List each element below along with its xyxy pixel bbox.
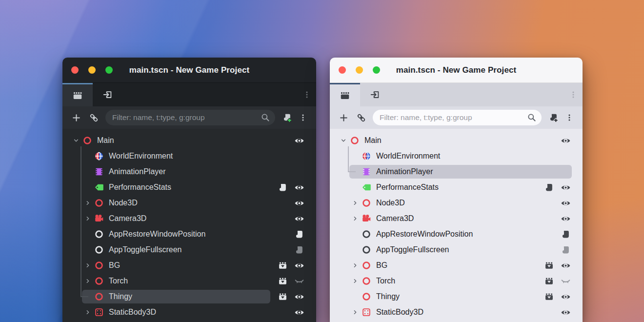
- visibility-toggle-button[interactable]: [293, 290, 305, 303]
- visibility-toggle-button[interactable]: [559, 212, 572, 225]
- expand-chevron[interactable]: [338, 135, 349, 146]
- close-button[interactable]: [339, 66, 346, 74]
- expand-chevron[interactable]: [82, 306, 94, 318]
- window-titlebar[interactable]: main.tscn - New Game Project: [330, 58, 583, 83]
- node-label: Node3D: [376, 199, 405, 207]
- chevron-right-icon: [84, 262, 92, 269]
- visibility-toggle-button[interactable]: [559, 181, 572, 194]
- tree-row[interactable]: Camera3D: [330, 211, 583, 226]
- tree-row[interactable]: Node3D: [330, 195, 583, 211]
- tree-row[interactable]: PerformanceStats: [62, 180, 316, 195]
- instantiate-scene-button[interactable]: [355, 112, 367, 123]
- world-icon: [94, 151, 104, 161]
- open-scene-button[interactable]: [276, 290, 289, 303]
- visibility-toggle-button[interactable]: [293, 134, 305, 147]
- expand-chevron[interactable]: [82, 260, 94, 271]
- tree-row[interactable]: Main: [330, 133, 583, 148]
- visibility-toggle-button[interactable]: [293, 275, 305, 287]
- expand-chevron[interactable]: [349, 306, 361, 318]
- add-node-button[interactable]: [338, 112, 349, 123]
- minimize-button[interactable]: [356, 66, 363, 74]
- expand-chevron[interactable]: [349, 213, 361, 224]
- instantiate-scene-button[interactable]: [88, 112, 100, 123]
- visibility-toggle-button[interactable]: [293, 212, 305, 225]
- tree-row[interactable]: Thingy: [62, 289, 316, 304]
- tree-row[interactable]: WorldEnvironment: [330, 148, 583, 164]
- close-button[interactable]: [71, 66, 79, 74]
- tree-row[interactable]: StaticBody3D: [62, 304, 316, 320]
- visibility-toggle-button[interactable]: [559, 306, 572, 319]
- add-node-button[interactable]: [70, 112, 82, 123]
- tree-row[interactable]: Torch: [62, 273, 316, 289]
- visibility-toggle-button[interactable]: [559, 134, 572, 147]
- tree-row[interactable]: BG: [62, 258, 316, 273]
- open-scene-button[interactable]: [543, 275, 555, 287]
- tree-row[interactable]: Main: [62, 133, 316, 148]
- expand-chevron: [82, 150, 94, 162]
- tree-row[interactable]: BG: [330, 258, 583, 273]
- expand-chevron[interactable]: [82, 275, 94, 287]
- tree-row[interactable]: PerformanceStats: [330, 180, 583, 195]
- tree-row[interactable]: AnimationPlayer: [330, 164, 583, 180]
- tab-import[interactable]: [93, 83, 123, 106]
- tree-row[interactable]: AppRestoreWindowPosition: [330, 226, 583, 242]
- tree-row[interactable]: Node3D: [62, 195, 316, 211]
- visibility-toggle-button[interactable]: [559, 197, 572, 209]
- scene-tree-options-button[interactable]: [298, 113, 308, 122]
- dock-options-button[interactable]: [569, 83, 578, 106]
- tab-import[interactable]: [360, 83, 390, 106]
- tree-row[interactable]: AnimationPlayer: [62, 164, 316, 180]
- script-button[interactable]: [276, 181, 289, 194]
- script-button[interactable]: [293, 243, 305, 256]
- tree-row[interactable]: AppToggleFullscreen: [62, 242, 316, 258]
- tree-row[interactable]: Thingy: [330, 289, 583, 304]
- expand-chevron[interactable]: [82, 197, 94, 209]
- filter-input[interactable]: [373, 113, 526, 122]
- visibility-toggle-button[interactable]: [559, 259, 572, 272]
- open-scene-button[interactable]: [543, 290, 555, 303]
- desktop-wallpaper: { "window_title": "main.tscn - New Game …: [0, 0, 644, 322]
- clapper-open-icon: [544, 292, 554, 302]
- visibility-toggle-button[interactable]: [293, 197, 305, 209]
- vertical-dots-icon: [302, 90, 311, 99]
- visibility-toggle-button[interactable]: [293, 181, 305, 194]
- visibility-toggle-button[interactable]: [293, 306, 305, 319]
- open-scene-button[interactable]: [276, 275, 289, 287]
- expand-chevron[interactable]: [349, 275, 361, 287]
- tree-row[interactable]: WorldEnvironment: [62, 148, 316, 164]
- chevron-right-icon: [84, 199, 92, 207]
- zoom-button[interactable]: [105, 66, 113, 74]
- tree-row[interactable]: AppToggleFullscreen: [330, 242, 583, 258]
- attach-script-button[interactable]: [281, 112, 293, 123]
- visibility-toggle-button[interactable]: [559, 275, 572, 287]
- open-scene-button[interactable]: [276, 259, 289, 272]
- tree-row[interactable]: StaticBody3D: [330, 304, 583, 320]
- script-button[interactable]: [543, 181, 555, 194]
- tree-row[interactable]: Camera3D: [62, 211, 316, 226]
- tab-scene[interactable]: [330, 83, 360, 106]
- node3d-icon: [94, 276, 104, 286]
- chevron-down-icon: [72, 137, 80, 144]
- expand-chevron[interactable]: [70, 135, 82, 146]
- tab-scene[interactable]: [62, 83, 93, 106]
- tree-row[interactable]: Torch: [330, 273, 583, 289]
- expand-chevron[interactable]: [349, 260, 361, 271]
- expand-chevron[interactable]: [82, 213, 94, 224]
- scene-tree-options-button[interactable]: [564, 113, 575, 122]
- visibility-toggle-button[interactable]: [559, 290, 572, 303]
- zoom-button[interactable]: [373, 66, 380, 74]
- dock-options-button[interactable]: [302, 83, 311, 106]
- window-titlebar[interactable]: main.tscn - New Game Project: [62, 58, 316, 83]
- tree-row[interactable]: AppRestoreWindowPosition: [62, 226, 316, 242]
- attach-script-button[interactable]: [547, 112, 559, 123]
- filter-input[interactable]: [105, 113, 260, 122]
- script-button[interactable]: [559, 228, 572, 241]
- script-button[interactable]: [559, 243, 572, 256]
- expand-chevron[interactable]: [349, 197, 361, 209]
- open-scene-button[interactable]: [543, 259, 555, 272]
- tag-icon: [94, 182, 104, 193]
- minimize-button[interactable]: [88, 66, 96, 74]
- script-button[interactable]: [293, 228, 305, 241]
- node-label: Node3D: [109, 199, 138, 207]
- visibility-toggle-button[interactable]: [293, 259, 305, 272]
